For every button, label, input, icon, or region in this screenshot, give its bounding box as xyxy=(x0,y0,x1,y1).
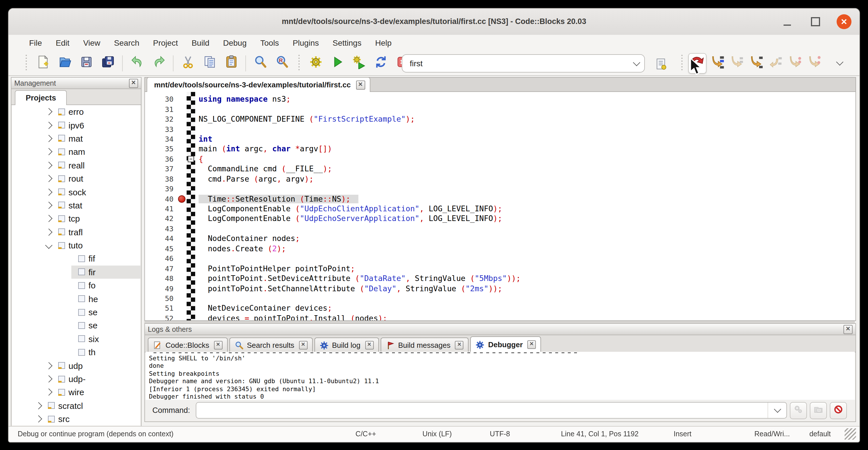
log-tab-debugger[interactable]: Debugger✕ xyxy=(470,336,541,352)
tree-item-scratcl[interactable]: scratcl xyxy=(12,399,141,412)
tree-item-trafl[interactable]: trafl xyxy=(12,225,141,239)
tree-item-rout[interactable]: rout xyxy=(12,172,141,185)
breakpoint-icon[interactable] xyxy=(178,195,185,203)
step-out-button[interactable] xyxy=(767,53,784,73)
search-combobox[interactable]: first xyxy=(402,54,645,72)
tree-item-tcp[interactable]: tcp xyxy=(12,212,141,225)
new-file-button[interactable] xyxy=(34,53,51,73)
tree-item-udp[interactable]: udp- xyxy=(12,372,141,386)
line-number[interactable]: 38 xyxy=(145,175,177,183)
open-file-button[interactable] xyxy=(56,53,73,73)
compile-button[interactable] xyxy=(307,53,324,73)
code-line-31[interactable]: 31 xyxy=(145,104,856,114)
tree-item-se[interactable]: se xyxy=(12,319,141,332)
command-dropdown-button[interactable] xyxy=(768,402,786,418)
run-to-cursor-button[interactable] xyxy=(709,53,726,73)
line-number[interactable]: 47 xyxy=(145,264,177,273)
tree-item-udp[interactable]: udp xyxy=(12,359,141,372)
incremental-search-options-button[interactable] xyxy=(652,55,670,75)
log-tab-build-messages[interactable]: Build messages✕ xyxy=(380,337,469,352)
code-line-33[interactable]: 33 xyxy=(145,124,856,134)
tree-item-fir[interactable]: fir xyxy=(12,265,141,279)
search-dropdown-button[interactable] xyxy=(628,62,644,65)
menu-item-settings[interactable]: Settings xyxy=(326,35,368,51)
project-tree[interactable]: erroipv6matnamreallroutsockstattcptraflt… xyxy=(12,105,141,425)
paste-button[interactable] xyxy=(223,53,240,73)
code-line-48[interactable]: 48 pointToPoint.SetDeviceAttribute ("Dat… xyxy=(145,274,856,283)
next-line-button[interactable] xyxy=(728,53,745,73)
command-combobox[interactable] xyxy=(196,402,787,419)
code-line-41[interactable]: 41 LogComponentEnable ("UdpEchoClientApp… xyxy=(145,204,856,214)
line-number[interactable]: 45 xyxy=(145,244,177,253)
menu-item-view[interactable]: View xyxy=(76,35,107,51)
code-line-44[interactable]: 44 NodeContainer nodes; xyxy=(145,234,856,244)
next-instruction-button[interactable] xyxy=(786,53,804,73)
search-input[interactable]: first xyxy=(402,59,628,68)
menu-item-debug[interactable]: Debug xyxy=(216,35,254,51)
code-line-35[interactable]: 35main (int argc, char *argv[]) xyxy=(145,144,856,154)
tree-item-erro[interactable]: erro xyxy=(12,105,141,119)
command-input[interactable] xyxy=(196,402,768,419)
code-line-40[interactable]: 40 Time::SetResolution (Time::NS); xyxy=(145,194,856,204)
log-tab-search-results[interactable]: Search results✕ xyxy=(229,337,312,352)
line-number[interactable]: 30 xyxy=(145,95,177,103)
menu-item-project[interactable]: Project xyxy=(146,35,185,51)
line-number[interactable]: 48 xyxy=(145,274,177,283)
code-line-38[interactable]: 38 cmd.Parse (argc, argv); xyxy=(145,174,856,184)
log-tab-close-icon[interactable]: ✕ xyxy=(214,341,222,350)
tree-item-reall[interactable]: reall xyxy=(12,158,141,172)
line-number[interactable]: 35 xyxy=(145,145,177,153)
tree-item-nam[interactable]: nam xyxy=(12,145,141,158)
menu-item-search[interactable]: Search xyxy=(107,35,146,51)
line-number[interactable]: 52 xyxy=(145,314,177,321)
tree-item-ipv6[interactable]: ipv6 xyxy=(12,119,141,132)
tree-item-fif[interactable]: fif xyxy=(12,252,141,266)
code-line-43[interactable]: 43 xyxy=(145,223,856,234)
fold-marker-icon[interactable] xyxy=(188,156,194,162)
line-number[interactable]: 39 xyxy=(145,184,177,193)
line-number[interactable]: 31 xyxy=(145,105,177,113)
tree-item-src[interactable]: src xyxy=(12,412,141,425)
code-line-30[interactable]: 30using namespace ns3; xyxy=(145,94,856,104)
tree-item-tuto[interactable]: tuto xyxy=(12,239,141,252)
tree-item-six[interactable]: six xyxy=(12,332,141,346)
undo-button[interactable] xyxy=(128,53,146,73)
close-button[interactable]: ✕ xyxy=(837,14,851,29)
redo-button[interactable] xyxy=(150,53,167,73)
log-tab-build-log[interactable]: Build log✕ xyxy=(314,337,379,352)
tree-item-sock[interactable]: sock xyxy=(12,185,141,199)
line-number[interactable]: 51 xyxy=(145,304,177,313)
code-line-49[interactable]: 49 pointToPoint.SetChannelAttribute ("De… xyxy=(145,283,856,294)
line-number[interactable]: 44 xyxy=(145,234,177,243)
tree-item-se[interactable]: se xyxy=(12,305,141,319)
code-line-51[interactable]: 51 NetDeviceContainer devices; xyxy=(145,303,856,313)
tree-item-stat[interactable]: stat xyxy=(12,199,141,212)
editor-tab-close-icon[interactable]: ✕ xyxy=(356,80,365,89)
code-line-42[interactable]: 42 LogComponentEnable ("UdpEchoServerApp… xyxy=(145,214,856,224)
cut-button[interactable] xyxy=(179,53,196,73)
line-number[interactable]: 33 xyxy=(145,125,177,133)
menu-item-tools[interactable]: Tools xyxy=(253,35,286,51)
minimize-button[interactable] xyxy=(779,14,795,29)
line-number[interactable]: 46 xyxy=(145,254,177,263)
code-line-46[interactable]: 46 xyxy=(145,253,856,264)
rebuild-button[interactable] xyxy=(372,53,389,73)
stop-debugger-button[interactable] xyxy=(830,402,847,419)
step-into-button[interactable] xyxy=(748,53,765,73)
resize-grip[interactable] xyxy=(845,428,856,440)
line-number[interactable]: 49 xyxy=(145,284,177,293)
line-number[interactable]: 40 xyxy=(145,194,177,203)
code-line-37[interactable]: 37 CommandLine cmd (__FILE__); xyxy=(145,164,856,174)
build-and-run-button[interactable] xyxy=(350,53,368,73)
menu-item-help[interactable]: Help xyxy=(368,35,399,51)
title-bar[interactable]: mnt/dev/tools/source/ns-3-dev/examples/t… xyxy=(8,8,860,35)
run-button[interactable] xyxy=(329,53,346,73)
tree-item-th[interactable]: th xyxy=(12,346,141,359)
log-tab-code-blocks[interactable]: Code::Blocks✕ xyxy=(148,337,227,352)
log-tab-close-icon[interactable]: ✕ xyxy=(299,341,307,350)
save-button[interactable] xyxy=(78,53,95,73)
line-number[interactable]: 50 xyxy=(145,294,177,303)
tree-item-wire[interactable]: wire xyxy=(12,386,141,399)
code-line-36[interactable]: 36{ xyxy=(145,154,856,164)
copy-button[interactable] xyxy=(201,53,218,73)
